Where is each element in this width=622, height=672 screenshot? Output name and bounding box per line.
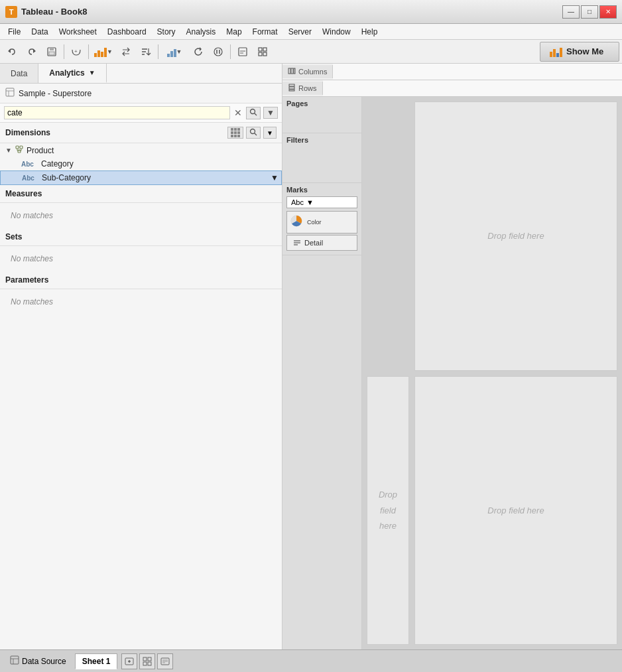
svg-rect-54 [148,662,151,665]
filter-dropdown-button[interactable]: ▼ [263,107,278,119]
undo-button[interactable] [3,42,21,61]
tab-analytics[interactable]: Analytics ▼ [38,64,106,83]
tab-bar: Data Source Sheet 1 [0,649,622,672]
rows-row: Rows [282,80,622,97]
show-me-button[interactable]: Show Me [540,42,619,62]
menu-server[interactable]: Server [283,26,317,38]
svg-point-26 [251,129,255,134]
title-bar-left: T Tableau - Book8 [5,6,87,18]
tab-data[interactable]: Data [0,64,38,83]
marks-label: Marks [286,186,357,194]
category-label: Category [41,159,74,168]
svg-rect-17 [259,48,262,51]
menu-worksheet[interactable]: Worksheet [54,26,102,38]
menu-dashboard[interactable]: Dashboard [102,26,152,38]
color-button[interactable]: Color [286,211,357,234]
product-group[interactable]: ▼ Product [0,143,282,157]
search-input[interactable] [4,106,230,119]
svg-rect-20 [263,52,267,56]
app-icon: T [5,6,17,18]
window-title: Tableau - Book8 [21,7,87,17]
svg-rect-3 [50,48,54,50]
svg-rect-37 [294,68,295,74]
expand-icon: ▼ [5,147,12,154]
canvas-top-left [365,100,411,373]
parameters-no-matches: No matches [0,289,282,314]
data-source-tab[interactable]: Data Source [3,652,74,670]
panel-tabs: Data Analytics ▼ [0,64,282,84]
svg-rect-40 [289,90,294,91]
pause-button[interactable] [209,42,227,61]
close-button[interactable]: ✕ [599,5,617,19]
pages-drop-zone[interactable] [286,110,357,130]
chart-type-button[interactable]: ▼ [92,42,115,61]
svg-marker-10 [200,47,202,51]
left-drop-zone[interactable]: Drop field here [367,376,409,645]
title-bar: T Tableau - Book8 — □ ✕ [0,0,622,24]
new-dashboard-button[interactable] [139,653,155,669]
menu-map[interactable]: Map [221,26,247,38]
left-panel: Data Analytics ▼ Sample - Superstore ✕ ▼ [0,64,282,649]
measures-label: Measures [5,189,42,198]
svg-rect-45 [11,656,19,664]
search-button[interactable] [246,107,261,119]
redo-button[interactable] [23,42,41,61]
new-worksheet-button[interactable] [121,653,137,669]
menu-window[interactable]: Window [317,26,356,38]
new-datasource-button[interactable]: + [67,42,86,61]
sets-header: Sets [0,228,282,246]
menu-help[interactable]: Help [356,26,383,38]
dimensions-header: Dimensions ▼ [0,123,282,143]
marks-type-button[interactable]: ▼ [161,42,188,61]
svg-rect-36 [291,68,293,74]
svg-rect-39 [289,87,294,89]
right-panel: Columns Rows Pages [282,64,622,649]
datasource-icon [5,88,15,99]
bottom-right-drop-zone[interactable]: Drop field here [414,376,617,645]
group-button[interactable] [253,42,272,61]
save-button[interactable] [42,42,61,61]
svg-rect-19 [259,52,262,56]
columns-drop-zone[interactable] [333,64,622,80]
dimensions-grid-button[interactable] [227,127,243,139]
new-story-button[interactable] [157,653,173,669]
svg-rect-18 [263,48,267,51]
menu-analysis[interactable]: Analysis [181,26,221,38]
detail-button[interactable]: Detail [286,235,357,251]
maximize-button[interactable]: □ [581,5,598,19]
swap-button[interactable] [117,42,135,61]
rows-drop-zone[interactable] [323,80,622,96]
category-field[interactable]: Abc Category [0,157,282,170]
filters-drop-zone[interactable] [286,147,357,180]
workspace-shelves: Pages Filters Marks Abc ▼ [282,97,362,649]
search-bar: ✕ ▼ [0,103,282,123]
dimensions-label: Dimensions [5,128,50,137]
toolbar-separator-1 [64,44,64,59]
highlight-button[interactable] [233,42,252,61]
menu-format[interactable]: Format [247,26,283,38]
toolbar-separator-4 [230,44,231,59]
search-clear-button[interactable]: ✕ [233,107,243,118]
svg-rect-28 [16,146,19,149]
dimensions-more-button[interactable]: ▼ [263,127,277,139]
svg-rect-51 [143,657,147,661]
menu-data[interactable]: Data [26,26,53,38]
sub-category-field[interactable]: Abc Sub-Category ▼ [0,170,282,185]
top-drop-zone[interactable]: Drop field here [414,101,617,371]
svg-rect-21 [6,88,14,96]
refresh-button[interactable] [189,42,208,61]
tab-add-buttons [121,653,173,669]
minimize-button[interactable]: — [562,5,580,19]
svg-point-24 [251,109,255,113]
dimensions-search-button[interactable] [246,127,261,139]
menu-file[interactable]: File [3,26,26,38]
menu-story[interactable]: Story [152,26,181,38]
sort-button[interactable] [137,42,155,61]
svg-rect-4 [49,52,54,55]
window-controls[interactable]: — □ ✕ [562,5,617,19]
sheet1-tab[interactable]: Sheet 1 [75,653,118,669]
marks-type-dropdown[interactable]: Abc ▼ [286,196,357,208]
parameters-label: Parameters [5,275,48,285]
color-icon [290,214,303,230]
color-label: Color [307,219,322,226]
